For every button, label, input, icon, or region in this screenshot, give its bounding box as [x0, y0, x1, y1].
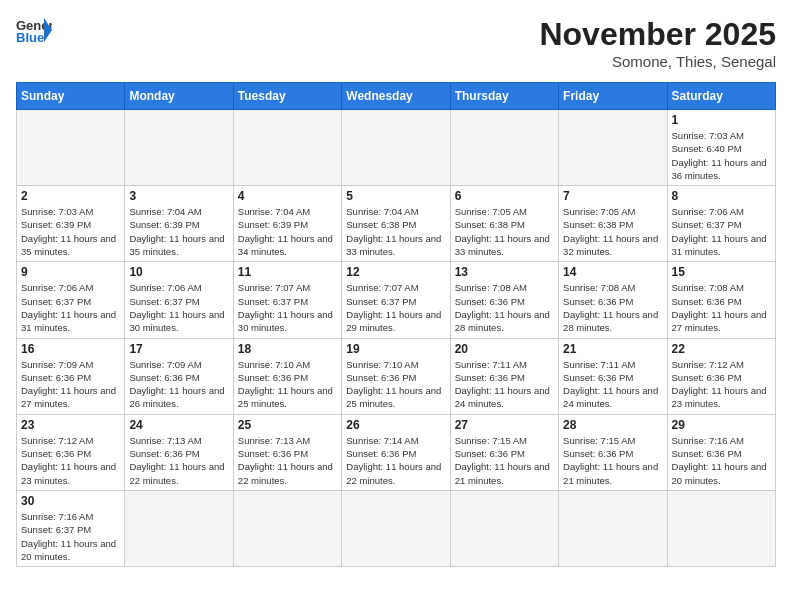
calendar-cell: 29Sunrise: 7:16 AMSunset: 6:36 PMDayligh…	[667, 414, 775, 490]
day-number: 1	[672, 113, 771, 127]
calendar-week-row: 16Sunrise: 7:09 AMSunset: 6:36 PMDayligh…	[17, 338, 776, 414]
day-number: 9	[21, 265, 120, 279]
calendar-cell	[233, 490, 341, 566]
day-number: 19	[346, 342, 445, 356]
calendar-header-row: SundayMondayTuesdayWednesdayThursdayFrid…	[17, 83, 776, 110]
calendar-header-thursday: Thursday	[450, 83, 558, 110]
calendar-cell: 20Sunrise: 7:11 AMSunset: 6:36 PMDayligh…	[450, 338, 558, 414]
day-info: Sunrise: 7:08 AMSunset: 6:36 PMDaylight:…	[563, 281, 662, 334]
day-info: Sunrise: 7:06 AMSunset: 6:37 PMDaylight:…	[129, 281, 228, 334]
calendar-cell: 26Sunrise: 7:14 AMSunset: 6:36 PMDayligh…	[342, 414, 450, 490]
day-number: 13	[455, 265, 554, 279]
calendar-cell: 16Sunrise: 7:09 AMSunset: 6:36 PMDayligh…	[17, 338, 125, 414]
calendar-cell: 19Sunrise: 7:10 AMSunset: 6:36 PMDayligh…	[342, 338, 450, 414]
day-info: Sunrise: 7:11 AMSunset: 6:36 PMDaylight:…	[563, 358, 662, 411]
day-number: 29	[672, 418, 771, 432]
calendar-cell: 10Sunrise: 7:06 AMSunset: 6:37 PMDayligh…	[125, 262, 233, 338]
calendar-cell: 11Sunrise: 7:07 AMSunset: 6:37 PMDayligh…	[233, 262, 341, 338]
calendar-cell: 15Sunrise: 7:08 AMSunset: 6:36 PMDayligh…	[667, 262, 775, 338]
calendar-cell: 25Sunrise: 7:13 AMSunset: 6:36 PMDayligh…	[233, 414, 341, 490]
calendar-week-row: 2Sunrise: 7:03 AMSunset: 6:39 PMDaylight…	[17, 186, 776, 262]
day-number: 16	[21, 342, 120, 356]
day-info: Sunrise: 7:09 AMSunset: 6:36 PMDaylight:…	[21, 358, 120, 411]
day-number: 6	[455, 189, 554, 203]
day-number: 25	[238, 418, 337, 432]
day-number: 15	[672, 265, 771, 279]
day-info: Sunrise: 7:10 AMSunset: 6:36 PMDaylight:…	[346, 358, 445, 411]
day-info: Sunrise: 7:04 AMSunset: 6:39 PMDaylight:…	[238, 205, 337, 258]
calendar-cell: 17Sunrise: 7:09 AMSunset: 6:36 PMDayligh…	[125, 338, 233, 414]
day-number: 30	[21, 494, 120, 508]
day-info: Sunrise: 7:15 AMSunset: 6:36 PMDaylight:…	[455, 434, 554, 487]
logo: General Blue	[16, 16, 52, 44]
calendar-cell: 4Sunrise: 7:04 AMSunset: 6:39 PMDaylight…	[233, 186, 341, 262]
calendar-header-sunday: Sunday	[17, 83, 125, 110]
calendar-cell: 13Sunrise: 7:08 AMSunset: 6:36 PMDayligh…	[450, 262, 558, 338]
day-number: 4	[238, 189, 337, 203]
day-number: 27	[455, 418, 554, 432]
calendar-cell	[667, 490, 775, 566]
day-number: 22	[672, 342, 771, 356]
calendar-cell	[125, 490, 233, 566]
day-number: 24	[129, 418, 228, 432]
day-info: Sunrise: 7:12 AMSunset: 6:36 PMDaylight:…	[21, 434, 120, 487]
day-info: Sunrise: 7:04 AMSunset: 6:38 PMDaylight:…	[346, 205, 445, 258]
day-info: Sunrise: 7:14 AMSunset: 6:36 PMDaylight:…	[346, 434, 445, 487]
day-number: 5	[346, 189, 445, 203]
day-info: Sunrise: 7:12 AMSunset: 6:36 PMDaylight:…	[672, 358, 771, 411]
calendar-cell	[233, 110, 341, 186]
calendar-cell	[450, 490, 558, 566]
day-number: 7	[563, 189, 662, 203]
calendar-header-wednesday: Wednesday	[342, 83, 450, 110]
calendar-cell	[559, 110, 667, 186]
day-number: 12	[346, 265, 445, 279]
calendar-header-monday: Monday	[125, 83, 233, 110]
day-info: Sunrise: 7:16 AMSunset: 6:36 PMDaylight:…	[672, 434, 771, 487]
calendar-table: SundayMondayTuesdayWednesdayThursdayFrid…	[16, 82, 776, 567]
day-number: 26	[346, 418, 445, 432]
day-info: Sunrise: 7:10 AMSunset: 6:36 PMDaylight:…	[238, 358, 337, 411]
calendar-cell: 12Sunrise: 7:07 AMSunset: 6:37 PMDayligh…	[342, 262, 450, 338]
day-number: 3	[129, 189, 228, 203]
calendar-header-saturday: Saturday	[667, 83, 775, 110]
svg-text:Blue: Blue	[16, 30, 44, 44]
calendar-cell: 1Sunrise: 7:03 AMSunset: 6:40 PMDaylight…	[667, 110, 775, 186]
page-header: General Blue November 2025 Somone, Thies…	[16, 16, 776, 70]
calendar-week-row: 1Sunrise: 7:03 AMSunset: 6:40 PMDaylight…	[17, 110, 776, 186]
day-info: Sunrise: 7:06 AMSunset: 6:37 PMDaylight:…	[21, 281, 120, 334]
calendar-week-row: 30Sunrise: 7:16 AMSunset: 6:37 PMDayligh…	[17, 490, 776, 566]
calendar-cell	[450, 110, 558, 186]
calendar-cell	[559, 490, 667, 566]
calendar-cell: 23Sunrise: 7:12 AMSunset: 6:36 PMDayligh…	[17, 414, 125, 490]
day-number: 11	[238, 265, 337, 279]
day-number: 8	[672, 189, 771, 203]
day-number: 10	[129, 265, 228, 279]
day-info: Sunrise: 7:08 AMSunset: 6:36 PMDaylight:…	[455, 281, 554, 334]
day-info: Sunrise: 7:13 AMSunset: 6:36 PMDaylight:…	[238, 434, 337, 487]
day-info: Sunrise: 7:07 AMSunset: 6:37 PMDaylight:…	[238, 281, 337, 334]
calendar-cell: 8Sunrise: 7:06 AMSunset: 6:37 PMDaylight…	[667, 186, 775, 262]
day-info: Sunrise: 7:07 AMSunset: 6:37 PMDaylight:…	[346, 281, 445, 334]
day-info: Sunrise: 7:05 AMSunset: 6:38 PMDaylight:…	[563, 205, 662, 258]
day-info: Sunrise: 7:03 AMSunset: 6:40 PMDaylight:…	[672, 129, 771, 182]
calendar-cell	[17, 110, 125, 186]
day-info: Sunrise: 7:05 AMSunset: 6:38 PMDaylight:…	[455, 205, 554, 258]
calendar-cell: 30Sunrise: 7:16 AMSunset: 6:37 PMDayligh…	[17, 490, 125, 566]
location-title: Somone, Thies, Senegal	[539, 53, 776, 70]
day-info: Sunrise: 7:16 AMSunset: 6:37 PMDaylight:…	[21, 510, 120, 563]
calendar-cell: 21Sunrise: 7:11 AMSunset: 6:36 PMDayligh…	[559, 338, 667, 414]
day-number: 20	[455, 342, 554, 356]
day-number: 28	[563, 418, 662, 432]
day-number: 21	[563, 342, 662, 356]
calendar-week-row: 23Sunrise: 7:12 AMSunset: 6:36 PMDayligh…	[17, 414, 776, 490]
calendar-cell	[342, 110, 450, 186]
calendar-cell: 6Sunrise: 7:05 AMSunset: 6:38 PMDaylight…	[450, 186, 558, 262]
day-info: Sunrise: 7:06 AMSunset: 6:37 PMDaylight:…	[672, 205, 771, 258]
calendar-cell: 27Sunrise: 7:15 AMSunset: 6:36 PMDayligh…	[450, 414, 558, 490]
calendar-cell: 9Sunrise: 7:06 AMSunset: 6:37 PMDaylight…	[17, 262, 125, 338]
calendar-cell: 14Sunrise: 7:08 AMSunset: 6:36 PMDayligh…	[559, 262, 667, 338]
calendar-cell: 22Sunrise: 7:12 AMSunset: 6:36 PMDayligh…	[667, 338, 775, 414]
calendar-cell: 24Sunrise: 7:13 AMSunset: 6:36 PMDayligh…	[125, 414, 233, 490]
day-info: Sunrise: 7:04 AMSunset: 6:39 PMDaylight:…	[129, 205, 228, 258]
calendar-cell: 2Sunrise: 7:03 AMSunset: 6:39 PMDaylight…	[17, 186, 125, 262]
